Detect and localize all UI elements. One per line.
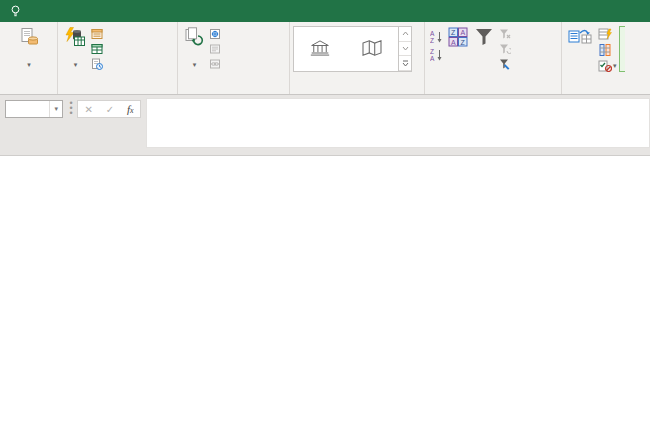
svg-text:Z: Z [461, 39, 466, 46]
new-query-icon [64, 27, 86, 47]
name-box[interactable]: ▾ [5, 100, 63, 118]
connections-icon [209, 28, 221, 40]
group-label-sort-filter [425, 81, 561, 94]
from-table-icon [91, 43, 103, 55]
data-validation-icon [598, 60, 612, 72]
dropdown-caret: ▾ [613, 62, 617, 70]
svg-text:Z: Z [451, 29, 456, 36]
sort-button[interactable]: Z A A Z [445, 26, 471, 50]
recent-sources-icon [91, 58, 103, 70]
svg-text:A: A [461, 29, 466, 36]
geography-button[interactable] [346, 27, 398, 71]
name-box-caret-icon[interactable]: ▾ [49, 101, 62, 117]
reapply-filter-button[interactable] [497, 42, 516, 56]
group-label-data-types [290, 81, 424, 94]
cancel-entry-icon[interactable]: ✕ [84, 104, 92, 115]
text-to-columns-button[interactable] [565, 26, 595, 60]
spreadsheet-grid [0, 156, 650, 423]
ribbon-group-connections: ▾ [178, 22, 290, 94]
stocks-icon [310, 39, 330, 57]
svg-text:A: A [451, 39, 456, 46]
get-external-data-button[interactable]: ▾ [16, 26, 42, 71]
sort-az-icon: AZ [430, 30, 443, 43]
gallery-scrollbar [398, 27, 411, 71]
refresh-all-icon [184, 27, 204, 47]
lightbulb-icon [10, 5, 21, 18]
svg-text:Z: Z [430, 37, 434, 43]
advanced-filter-button[interactable] [497, 57, 516, 71]
data-validation-button[interactable]: ▾ [598, 60, 617, 72]
svg-text:A: A [430, 55, 435, 61]
ribbon-tab-bar [0, 0, 650, 22]
consolidate-icon-partial [619, 26, 625, 72]
group-label-connections [178, 81, 289, 94]
edit-links-icon [209, 58, 221, 70]
remove-duplicates-button[interactable] [598, 44, 617, 58]
geography-icon [361, 39, 383, 57]
show-queries-button[interactable] [89, 27, 108, 41]
sort-icon: Z A A Z [448, 27, 468, 47]
formula-bar-splitter[interactable]: ••• [67, 101, 75, 117]
sort-za-icon: ZA [430, 48, 443, 61]
group-label-get-transform [58, 81, 177, 94]
remove-duplicates-icon [598, 44, 612, 56]
insert-function-icon[interactable]: fx [127, 103, 134, 115]
clear-filter-button[interactable] [497, 27, 516, 41]
gallery-down-button[interactable] [399, 42, 411, 57]
group-label-get-external [0, 81, 57, 94]
text-to-columns-icon [568, 27, 592, 47]
flash-fill-button[interactable] [598, 28, 617, 42]
new-query-button[interactable]: ▾ [61, 26, 89, 71]
gallery-more-button[interactable] [399, 56, 411, 71]
connections-button[interactable] [207, 27, 226, 41]
get-external-data-icon [19, 27, 39, 47]
excel-window: ▾ ▾ [0, 0, 650, 423]
dropdown-caret: ▾ [193, 61, 197, 68]
ribbon-group-data-tools: ▾ [562, 22, 650, 94]
group-label-data-tools [562, 81, 650, 94]
filter-icon [474, 27, 494, 47]
flash-fill-icon [598, 28, 612, 40]
sort-az-button[interactable]: AZ [428, 29, 445, 43]
edit-links-button[interactable] [207, 57, 226, 71]
ribbon: ▾ ▾ [0, 22, 650, 95]
sort-za-button[interactable]: ZA [428, 47, 445, 61]
svg-text:Z: Z [430, 48, 434, 55]
dropdown-caret: ▾ [74, 61, 78, 68]
ribbon-group-get-external-data: ▾ [0, 22, 58, 94]
properties-icon [209, 43, 221, 55]
from-table-button[interactable] [89, 42, 108, 56]
dropdown-caret: ▾ [27, 61, 31, 68]
ribbon-group-get-transform: ▾ [58, 22, 178, 94]
refresh-all-button[interactable]: ▾ [181, 26, 207, 71]
tell-me-box[interactable] [0, 0, 37, 22]
formula-input[interactable] [146, 98, 650, 148]
properties-button[interactable] [207, 42, 226, 56]
confirm-entry-icon[interactable]: ✓ [106, 104, 114, 115]
advanced-filter-icon [499, 58, 511, 70]
ribbon-group-sort-filter: AZ ZA Z A A Z [425, 22, 562, 94]
stocks-button[interactable] [294, 27, 346, 71]
svg-text:A: A [430, 30, 435, 37]
data-types-gallery [293, 26, 412, 72]
show-queries-icon [91, 28, 103, 40]
gallery-up-button[interactable] [399, 27, 411, 42]
recent-sources-button[interactable] [89, 57, 108, 71]
ribbon-group-data-types [290, 22, 425, 94]
formula-buttons: ✕ ✓ fx [77, 100, 141, 118]
formula-bar-area: ▾ ••• ✕ ✓ fx [0, 95, 650, 156]
reapply-filter-icon [499, 43, 511, 55]
clear-filter-icon [499, 28, 511, 40]
filter-button[interactable] [471, 26, 497, 50]
